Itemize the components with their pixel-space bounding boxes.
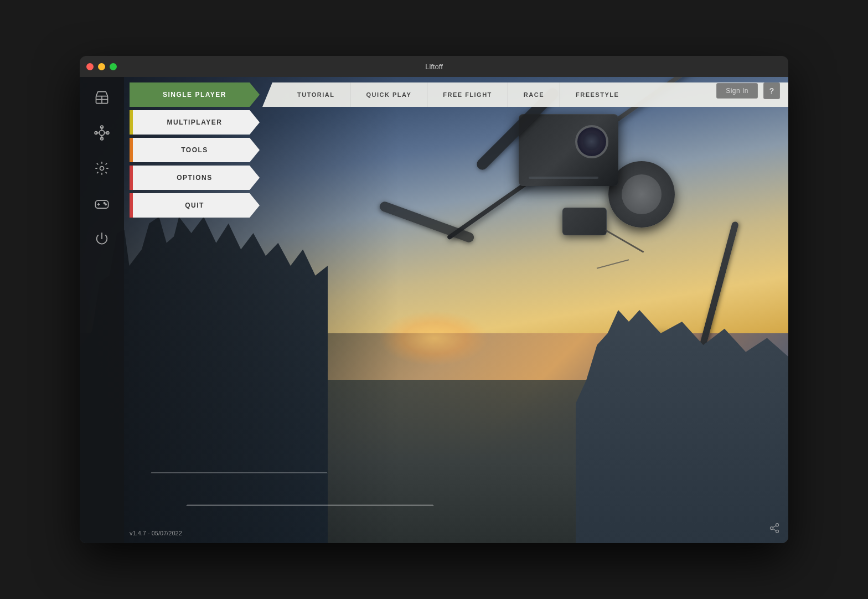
svg-point-12 [100, 167, 104, 171]
btn-bg: QUIT [130, 193, 260, 218]
single-player-label: SINGLE PLAYER [163, 91, 226, 99]
camera-lens [575, 125, 608, 158]
multiplayer-btn[interactable]: MULTIPLAYER [130, 110, 260, 135]
settings-nav-icon[interactable] [90, 156, 114, 180]
accent-bar [130, 110, 133, 135]
options-btn[interactable]: OPTIONS [130, 166, 260, 190]
svg-line-21 [773, 529, 776, 530]
camera-body [519, 114, 618, 186]
store-icon[interactable] [90, 85, 114, 110]
settings-svg [94, 161, 110, 176]
sub-nav-items: TUTORIAL QUICK PLAY FREE FLIGHT RACE FRE [262, 82, 634, 107]
btn-bg: TOOLS [130, 138, 260, 162]
titlebar: Liftoff [80, 56, 788, 77]
svg-line-22 [773, 525, 776, 527]
close-button[interactable] [86, 63, 94, 70]
gamepad-nav-icon[interactable] [90, 192, 114, 216]
wire-1 [605, 229, 644, 253]
svg-point-20 [776, 530, 779, 533]
sub-nav-container: TUTORIAL QUICK PLAY FREE FLIGHT RACE FRE [262, 82, 788, 107]
traffic-lights [86, 63, 117, 70]
sub-nav-bg: TUTORIAL QUICK PLAY FREE FLIGHT RACE FRE [262, 82, 788, 107]
sign-in-button[interactable]: Sign In [716, 83, 758, 99]
race-tab[interactable]: RACE [508, 82, 560, 107]
svg-point-16 [104, 203, 105, 204]
svg-point-19 [771, 527, 773, 530]
quit-label: QUIT [185, 202, 204, 209]
motor-center [622, 174, 662, 214]
main-content: HYPETRAIN [80, 77, 788, 543]
minimize-button[interactable] [98, 63, 105, 70]
motor-hub [608, 161, 675, 228]
main-nav: SINGLE PLAYER MULTIPLAYER TOOLS [130, 82, 260, 218]
camera-detail-1 [529, 177, 598, 179]
app-window: Liftoff [80, 56, 788, 543]
drone-nav-icon[interactable] [90, 121, 114, 145]
btn-bg: SINGLE PLAYER [130, 82, 260, 107]
power-svg [94, 231, 110, 247]
free-flight-tab[interactable]: FREE FLIGHT [427, 82, 508, 107]
quick-play-tab[interactable]: QUICK PLAY [350, 82, 427, 107]
fullscreen-button[interactable] [110, 63, 117, 70]
accent-bar [130, 138, 133, 162]
quit-btn[interactable]: QUIT [130, 193, 260, 218]
svg-point-17 [105, 204, 106, 205]
single-player-btn[interactable]: SINGLE PLAYER [130, 82, 260, 107]
road-marking-2 [151, 472, 328, 473]
power-nav-icon[interactable] [90, 227, 114, 251]
drone-svg [94, 125, 110, 141]
store-svg [94, 90, 110, 105]
road-marking-1 [186, 504, 434, 505]
top-right-controls: Sign In ? [716, 82, 780, 99]
window-title: Liftoff [425, 63, 443, 71]
version-label: v1.4.7 - 05/07/2022 [130, 530, 182, 536]
share-icon[interactable] [769, 523, 780, 536]
tutorial-tab[interactable]: TUTORIAL [282, 82, 350, 107]
share-svg [769, 523, 780, 534]
wire-2 [597, 259, 629, 268]
btn-bg: MULTIPLAYER [130, 110, 260, 135]
help-button[interactable]: ? [763, 82, 780, 99]
sidebar [80, 77, 124, 543]
accent-bar [130, 193, 133, 218]
multiplayer-label: MULTIPLAYER [167, 118, 223, 126]
buildings-right [576, 310, 788, 543]
options-label: OPTIONS [177, 174, 213, 182]
tools-label: TOOLS [181, 146, 208, 154]
svg-point-18 [776, 524, 779, 526]
btn-bg: OPTIONS [130, 166, 260, 190]
tools-btn[interactable]: TOOLS [130, 138, 260, 162]
accent-bar [130, 166, 133, 190]
lens-inner [583, 133, 600, 150]
gamepad-svg [94, 196, 110, 211]
frame-body [562, 208, 607, 235]
svg-point-3 [99, 130, 104, 135]
freestyle-tab[interactable]: FREESTYLE [560, 82, 634, 107]
